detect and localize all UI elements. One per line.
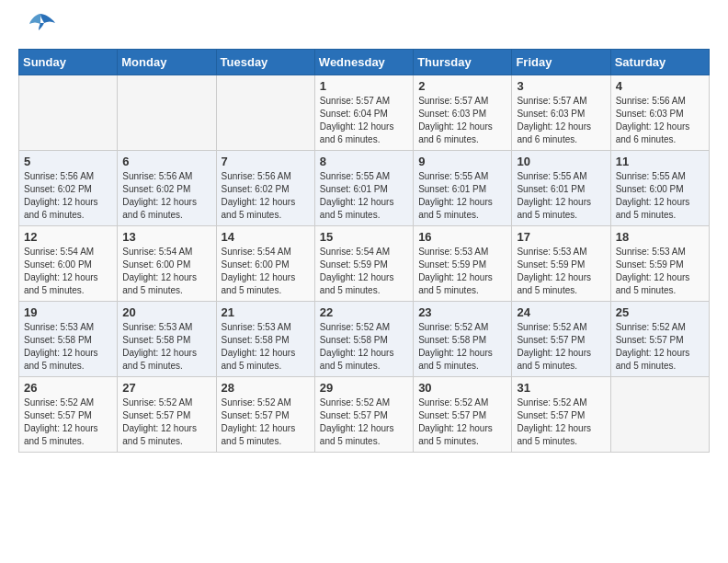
calendar-header: SundayMondayTuesdayWednesdayThursdayFrid… <box>19 50 710 75</box>
day-info: Sunrise: 5:54 AM Sunset: 6:00 PM Dayligh… <box>24 246 112 297</box>
calendar-cell: 12Sunrise: 5:54 AM Sunset: 6:00 PM Dayli… <box>19 226 118 302</box>
calendar-cell: 17Sunrise: 5:53 AM Sunset: 5:59 PM Dayli… <box>512 226 610 302</box>
day-info: Sunrise: 5:53 AM Sunset: 5:59 PM Dayligh… <box>616 246 704 297</box>
calendar-cell: 27Sunrise: 5:52 AM Sunset: 5:57 PM Dayli… <box>118 377 216 453</box>
day-info: Sunrise: 5:52 AM Sunset: 5:57 PM Dayligh… <box>517 396 605 448</box>
day-info: Sunrise: 5:52 AM Sunset: 5:58 PM Dayligh… <box>418 321 506 373</box>
day-number: 20 <box>122 305 210 319</box>
day-info: Sunrise: 5:56 AM Sunset: 6:02 PM Dayligh… <box>24 170 112 222</box>
day-number: 30 <box>418 381 506 395</box>
day-info: Sunrise: 5:56 AM Sunset: 6:02 PM Dayligh… <box>222 170 310 222</box>
day-number: 22 <box>320 305 408 319</box>
calendar-week-row: 12Sunrise: 5:54 AM Sunset: 6:00 PM Dayli… <box>19 226 710 302</box>
day-info: Sunrise: 5:52 AM Sunset: 5:58 PM Dayligh… <box>320 321 408 373</box>
day-info: Sunrise: 5:52 AM Sunset: 5:57 PM Dayligh… <box>517 321 605 373</box>
day-of-week-sunday: Sunday <box>19 50 118 75</box>
days-of-week-row: SundayMondayTuesdayWednesdayThursdayFrid… <box>19 50 710 75</box>
day-number: 2 <box>418 79 506 93</box>
day-number: 12 <box>24 230 112 244</box>
calendar-cell: 18Sunrise: 5:53 AM Sunset: 5:59 PM Dayli… <box>610 226 709 302</box>
calendar-cell: 29Sunrise: 5:52 AM Sunset: 5:57 PM Dayli… <box>314 377 413 453</box>
calendar-week-row: 5Sunrise: 5:56 AM Sunset: 6:02 PM Daylig… <box>19 151 710 226</box>
day-number: 4 <box>616 79 704 93</box>
day-number: 23 <box>418 305 506 319</box>
day-number: 28 <box>222 381 310 395</box>
day-info: Sunrise: 5:54 AM Sunset: 5:59 PM Dayligh… <box>320 246 408 297</box>
calendar-table: SundayMondayTuesdayWednesdayThursdayFrid… <box>18 49 710 453</box>
day-number: 3 <box>517 79 605 93</box>
calendar-cell: 13Sunrise: 5:54 AM Sunset: 6:00 PM Dayli… <box>118 226 216 302</box>
day-info: Sunrise: 5:53 AM Sunset: 5:58 PM Dayligh… <box>222 321 310 373</box>
calendar-week-row: 1Sunrise: 5:57 AM Sunset: 6:04 PM Daylig… <box>19 75 710 151</box>
day-number: 29 <box>320 381 408 395</box>
calendar-cell: 6Sunrise: 5:56 AM Sunset: 6:02 PM Daylig… <box>118 151 216 226</box>
day-info: Sunrise: 5:57 AM Sunset: 6:04 PM Dayligh… <box>320 95 408 146</box>
day-number: 16 <box>418 230 506 244</box>
day-number: 1 <box>320 79 408 93</box>
calendar-cell: 14Sunrise: 5:54 AM Sunset: 6:00 PM Dayli… <box>216 226 314 302</box>
day-of-week-monday: Monday <box>118 50 216 75</box>
day-info: Sunrise: 5:52 AM Sunset: 5:57 PM Dayligh… <box>320 396 408 448</box>
day-info: Sunrise: 5:55 AM Sunset: 6:01 PM Dayligh… <box>418 170 506 222</box>
calendar-cell: 22Sunrise: 5:52 AM Sunset: 5:58 PM Dayli… <box>314 302 413 377</box>
day-number: 7 <box>222 155 310 168</box>
calendar-cell: 24Sunrise: 5:52 AM Sunset: 5:57 PM Dayli… <box>512 302 610 377</box>
calendar-cell: 19Sunrise: 5:53 AM Sunset: 5:58 PM Dayli… <box>19 302 118 377</box>
day-number: 13 <box>122 230 210 244</box>
day-info: Sunrise: 5:56 AM Sunset: 6:03 PM Dayligh… <box>616 95 704 146</box>
day-number: 5 <box>24 155 112 168</box>
day-number: 15 <box>320 230 408 244</box>
day-info: Sunrise: 5:53 AM Sunset: 5:58 PM Dayligh… <box>24 321 112 373</box>
day-number: 9 <box>418 155 506 168</box>
day-of-week-tuesday: Tuesday <box>216 50 314 75</box>
calendar-body: 1Sunrise: 5:57 AM Sunset: 6:04 PM Daylig… <box>19 75 710 453</box>
calendar-week-row: 26Sunrise: 5:52 AM Sunset: 5:57 PM Dayli… <box>19 377 710 453</box>
calendar-cell: 2Sunrise: 5:57 AM Sunset: 6:03 PM Daylig… <box>414 75 512 151</box>
day-info: Sunrise: 5:57 AM Sunset: 6:03 PM Dayligh… <box>517 95 605 146</box>
day-number: 6 <box>122 155 210 168</box>
calendar-cell: 25Sunrise: 5:52 AM Sunset: 5:57 PM Dayli… <box>610 302 709 377</box>
calendar-cell <box>216 75 314 151</box>
calendar-cell <box>19 75 118 151</box>
day-info: Sunrise: 5:52 AM Sunset: 5:57 PM Dayligh… <box>222 396 310 448</box>
calendar-cell: 1Sunrise: 5:57 AM Sunset: 6:04 PM Daylig… <box>314 75 413 151</box>
calendar-week-row: 19Sunrise: 5:53 AM Sunset: 5:58 PM Dayli… <box>19 302 710 377</box>
day-number: 27 <box>122 381 210 395</box>
calendar-cell: 4Sunrise: 5:56 AM Sunset: 6:03 PM Daylig… <box>610 75 709 151</box>
day-info: Sunrise: 5:53 AM Sunset: 5:59 PM Dayligh… <box>418 246 506 297</box>
day-info: Sunrise: 5:53 AM Sunset: 5:58 PM Dayligh… <box>122 321 210 373</box>
calendar-cell: 10Sunrise: 5:55 AM Sunset: 6:01 PM Dayli… <box>512 151 610 226</box>
calendar-cell: 8Sunrise: 5:55 AM Sunset: 6:01 PM Daylig… <box>314 151 413 226</box>
day-info: Sunrise: 5:56 AM Sunset: 6:02 PM Dayligh… <box>122 170 210 222</box>
calendar-cell: 11Sunrise: 5:55 AM Sunset: 6:00 PM Dayli… <box>610 151 709 226</box>
day-info: Sunrise: 5:55 AM Sunset: 6:00 PM Dayligh… <box>616 170 704 222</box>
day-number: 11 <box>616 155 704 168</box>
day-number: 31 <box>517 381 605 395</box>
calendar-cell: 23Sunrise: 5:52 AM Sunset: 5:58 PM Dayli… <box>414 302 512 377</box>
day-info: Sunrise: 5:52 AM Sunset: 5:57 PM Dayligh… <box>24 396 112 448</box>
day-number: 18 <box>616 230 704 244</box>
day-info: Sunrise: 5:55 AM Sunset: 6:01 PM Dayligh… <box>517 170 605 222</box>
day-info: Sunrise: 5:52 AM Sunset: 5:57 PM Dayligh… <box>418 396 506 448</box>
day-info: Sunrise: 5:52 AM Sunset: 5:57 PM Dayligh… <box>616 321 704 373</box>
calendar-cell: 21Sunrise: 5:53 AM Sunset: 5:58 PM Dayli… <box>216 302 314 377</box>
day-number: 25 <box>616 305 704 319</box>
day-number: 17 <box>517 230 605 244</box>
day-number: 21 <box>222 305 310 319</box>
calendar-cell: 16Sunrise: 5:53 AM Sunset: 5:59 PM Dayli… <box>414 226 512 302</box>
day-of-week-thursday: Thursday <box>414 50 512 75</box>
calendar-cell: 9Sunrise: 5:55 AM Sunset: 6:01 PM Daylig… <box>414 151 512 226</box>
day-number: 26 <box>24 381 112 395</box>
calendar-cell: 28Sunrise: 5:52 AM Sunset: 5:57 PM Dayli… <box>216 377 314 453</box>
day-number: 10 <box>517 155 605 168</box>
calendar-cell <box>118 75 216 151</box>
day-of-week-friday: Friday <box>512 50 610 75</box>
day-info: Sunrise: 5:54 AM Sunset: 6:00 PM Dayligh… <box>122 246 210 297</box>
day-number: 19 <box>24 305 112 319</box>
calendar-cell: 5Sunrise: 5:56 AM Sunset: 6:02 PM Daylig… <box>19 151 118 226</box>
day-number: 24 <box>517 305 605 319</box>
day-info: Sunrise: 5:54 AM Sunset: 6:00 PM Dayligh… <box>222 246 310 297</box>
calendar-cell: 7Sunrise: 5:56 AM Sunset: 6:02 PM Daylig… <box>216 151 314 226</box>
calendar-cell <box>610 377 709 453</box>
page-header <box>18 18 710 40</box>
